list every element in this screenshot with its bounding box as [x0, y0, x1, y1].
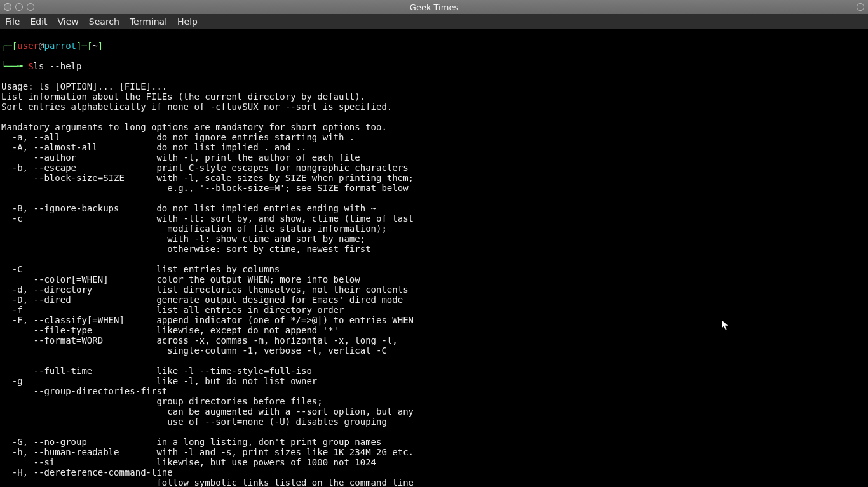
output-line: --color[=WHEN] color the output WHEN; mo…: [1, 274, 867, 284]
output-line: [1, 112, 867, 122]
output-line: [1, 427, 867, 437]
output-line: use of --sort=none (-U) disables groupin…: [1, 417, 867, 427]
output-line: with -l: show ctime and sort by name;: [1, 234, 867, 244]
output-line: otherwise: sort by ctime, newest first: [1, 244, 867, 254]
output-line: -c with -lt: sort by, and show, ctime (t…: [1, 213, 867, 223]
window-maximize-button[interactable]: [27, 3, 34, 11]
output-line: -h, --human-readable with -l and -s, pri…: [1, 447, 867, 457]
output-line: follow symbolic links listed on the comm…: [1, 477, 867, 487]
menu-terminal[interactable]: Terminal: [130, 17, 167, 27]
output-line: -F, --classify[=WHEN] append indicator (…: [1, 315, 867, 325]
output-line: --full-time like -l --time-style=full-is…: [1, 366, 867, 376]
output-line: --format=WORD across -x, commas -m, hori…: [1, 335, 867, 345]
output-line: -f list all entries in directory order: [1, 305, 867, 315]
menu-view[interactable]: View: [58, 17, 79, 27]
command-text: ls --help: [34, 61, 82, 71]
prompt-line-2: └──╼ $ls --help: [1, 61, 867, 71]
output-line: [1, 193, 867, 203]
output-line: --block-size=SIZE with -l, scale sizes b…: [1, 173, 867, 183]
window-close-button[interactable]: [4, 3, 11, 11]
menu-search[interactable]: Search: [89, 17, 119, 27]
output-line: modification of file status information)…: [1, 223, 867, 234]
output-line: can be augmented with a --sort option, b…: [1, 406, 867, 417]
output-line: -H, --dereference-command-line: [1, 467, 867, 477]
output-line: -a, --all do not ignore entries starting…: [1, 132, 867, 142]
output-line: -B, --ignore-backups do not list implied…: [1, 203, 867, 213]
output-line: -b, --escape print C-style escapes for n…: [1, 163, 867, 173]
output-line: -A, --almost-all do not list implied . a…: [1, 142, 867, 152]
output-line: -g like -l, but do not list owner: [1, 376, 867, 386]
window-minimize-button[interactable]: [15, 3, 23, 11]
output-line: e.g., '--block-size=M'; see SIZE format …: [1, 183, 867, 193]
terminal-output[interactable]: ┌─[user@parrot]─[~] └──╼ $ls --help Usag…: [0, 29, 868, 487]
titlebar: Geek Times: [0, 0, 868, 14]
output-line: Usage: ls [OPTION]... [FILE]...: [1, 81, 867, 91]
window-title: Geek Times: [410, 3, 458, 12]
output-line: --author with -l, print the author of ea…: [1, 152, 867, 163]
output-line: Mandatory arguments to long options are …: [1, 122, 867, 132]
output-line: -G, --no-group in a long listing, don't …: [1, 437, 867, 447]
output-line: [1, 356, 867, 366]
output-line: single-column -1, verbose -l, vertical -…: [1, 345, 867, 356]
output-line: Sort entries alphabetically if none of -…: [1, 102, 867, 112]
output-line: -d, --directory list directories themsel…: [1, 284, 867, 295]
output-line: [1, 254, 867, 264]
output-line: group directories before files;: [1, 396, 867, 406]
menu-file[interactable]: File: [5, 17, 20, 27]
output-line: --file-type likewise, except do not appe…: [1, 325, 867, 335]
window-menu-button[interactable]: [857, 3, 864, 11]
output-line: -C list entries by columns: [1, 264, 867, 274]
menubar: File Edit View Search Terminal Help: [0, 14, 868, 29]
help-output-block: Usage: ls [OPTION]... [FILE]...List info…: [1, 81, 867, 487]
prompt-line-1: ┌─[user@parrot]─[~]: [1, 41, 867, 51]
menu-edit[interactable]: Edit: [30, 17, 47, 27]
menu-help[interactable]: Help: [177, 17, 198, 27]
output-line: --group-directories-first: [1, 386, 867, 396]
output-line: --si likewise, but use powers of 1000 no…: [1, 457, 867, 467]
output-line: List information about the FILEs (the cu…: [1, 91, 867, 102]
output-line: -D, --dired generate output designed for…: [1, 295, 867, 305]
